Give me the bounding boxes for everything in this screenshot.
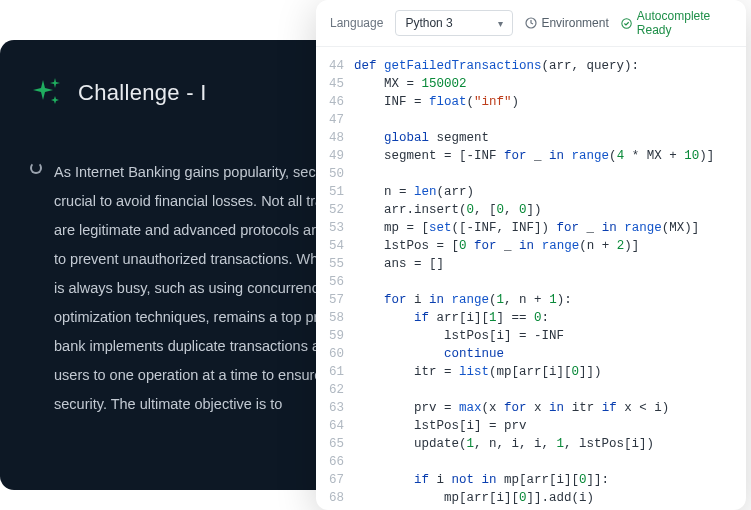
line-number: 55	[316, 255, 344, 273]
svg-point-1	[622, 18, 631, 27]
code-line[interactable]: lstPos[i] = -INF	[354, 327, 746, 345]
line-number: 63	[316, 399, 344, 417]
code-line[interactable]	[354, 165, 746, 183]
code-line[interactable]	[354, 453, 746, 471]
line-number: 66	[316, 453, 344, 471]
line-number: 57	[316, 291, 344, 309]
code-line[interactable]: lstPos[i] = prv	[354, 417, 746, 435]
code-area[interactable]: 4445464748495051525354555657585960616263…	[316, 47, 746, 510]
loading-spinner-icon	[30, 162, 42, 174]
line-number: 60	[316, 345, 344, 363]
line-number: 48	[316, 129, 344, 147]
sparkle-icon	[30, 76, 64, 110]
line-number: 54	[316, 237, 344, 255]
line-number: 65	[316, 435, 344, 453]
code-editor-panel: Language Python 3 ▾ Environment Autocomp…	[316, 0, 746, 510]
line-number: 45	[316, 75, 344, 93]
line-number: 56	[316, 273, 344, 291]
line-number: 62	[316, 381, 344, 399]
code-line[interactable]: lstPos = [0 for _ in range(n + 2)]	[354, 237, 746, 255]
line-number-gutter: 4445464748495051525354555657585960616263…	[316, 57, 354, 510]
code-line[interactable]: for i in range(1, n + 1):	[354, 291, 746, 309]
code-line[interactable]: update(1, n, i, i, 1, lstPos[i])	[354, 435, 746, 453]
code-line[interactable]	[354, 381, 746, 399]
line-number: 68	[316, 489, 344, 507]
line-number: 44	[316, 57, 344, 75]
code-line[interactable]: global segment	[354, 129, 746, 147]
clock-icon	[525, 17, 537, 29]
code-line[interactable]	[354, 111, 746, 129]
autocomplete-status[interactable]: Autocomplete Ready	[621, 9, 732, 37]
language-value: Python 3	[405, 16, 452, 30]
code-line[interactable]: if i not in mp[arr[i][0]]:	[354, 471, 746, 489]
code-line[interactable]: prv = max(x for x in itr if x < i)	[354, 399, 746, 417]
chevron-down-icon: ▾	[498, 18, 503, 29]
language-select[interactable]: Python 3 ▾	[395, 10, 513, 36]
code-line[interactable]: n = len(arr)	[354, 183, 746, 201]
code-line[interactable]: if arr[i][1] == 0:	[354, 309, 746, 327]
line-number: 59	[316, 327, 344, 345]
code-line[interactable]	[354, 273, 746, 291]
code-line[interactable]: segment = [-INF for _ in range(4 * MX + …	[354, 147, 746, 165]
check-circle-icon	[621, 17, 632, 30]
autocomplete-label: Autocomplete Ready	[637, 9, 732, 37]
code-line[interactable]: arr.insert(0, [0, 0])	[354, 201, 746, 219]
environment-label: Environment	[541, 16, 608, 30]
line-number: 46	[316, 93, 344, 111]
line-number: 67	[316, 471, 344, 489]
code-line[interactable]: ans = []	[354, 255, 746, 273]
challenge-title: Challenge - I	[78, 80, 207, 106]
line-number: 49	[316, 147, 344, 165]
editor-toolbar: Language Python 3 ▾ Environment Autocomp…	[316, 0, 746, 47]
line-number: 51	[316, 183, 344, 201]
code-line[interactable]: MX = 150002	[354, 75, 746, 93]
code-line[interactable]: mp = [set([-INF, INF]) for _ in range(MX…	[354, 219, 746, 237]
code-line[interactable]: def getFailedTransactions(arr, query):	[354, 57, 746, 75]
code-line[interactable]: itr = list(mp[arr[i][0]])	[354, 363, 746, 381]
code-content[interactable]: def getFailedTransactions(arr, query): M…	[354, 57, 746, 510]
environment-button[interactable]: Environment	[525, 16, 608, 30]
line-number: 61	[316, 363, 344, 381]
line-number: 47	[316, 111, 344, 129]
line-number: 50	[316, 165, 344, 183]
code-line[interactable]: continue	[354, 345, 746, 363]
line-number: 53	[316, 219, 344, 237]
line-number: 64	[316, 417, 344, 435]
line-number: 58	[316, 309, 344, 327]
language-label: Language	[330, 16, 383, 30]
code-line[interactable]: INF = float("inf")	[354, 93, 746, 111]
line-number: 52	[316, 201, 344, 219]
code-line[interactable]: mp[arr[i][0]].add(i)	[354, 489, 746, 507]
